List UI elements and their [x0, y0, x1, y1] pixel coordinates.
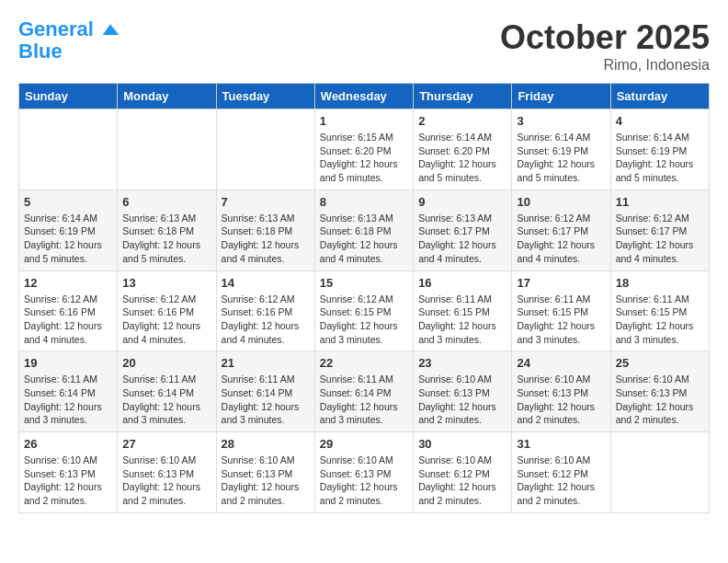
- calendar-cell: [610, 432, 709, 513]
- day-info: Sunrise: 6:11 AMSunset: 6:14 PMDaylight:…: [320, 373, 408, 427]
- calendar-cell: 10Sunrise: 6:12 AMSunset: 6:17 PMDayligh…: [512, 190, 610, 270]
- day-info: Sunrise: 6:10 AMSunset: 6:13 PMDaylight:…: [320, 454, 408, 508]
- day-info: Sunrise: 6:10 AMSunset: 6:13 PMDaylight:…: [418, 373, 506, 427]
- day-info: Sunrise: 6:14 AMSunset: 6:20 PMDaylight:…: [418, 131, 506, 185]
- day-number: 24: [517, 356, 605, 370]
- calendar-cell: 29Sunrise: 6:10 AMSunset: 6:13 PMDayligh…: [314, 432, 413, 513]
- calendar-cell: [216, 109, 314, 190]
- day-number: 14: [222, 276, 310, 290]
- calendar-cell: 13Sunrise: 6:12 AMSunset: 6:16 PMDayligh…: [118, 270, 216, 351]
- day-info: Sunrise: 6:12 AMSunset: 6:16 PMDaylight:…: [122, 293, 210, 347]
- day-info: Sunrise: 6:12 AMSunset: 6:17 PMDaylight:…: [517, 212, 605, 266]
- day-number: 22: [320, 356, 408, 370]
- calendar-cell: 15Sunrise: 6:12 AMSunset: 6:15 PMDayligh…: [314, 270, 413, 351]
- calendar-cell: 17Sunrise: 6:11 AMSunset: 6:15 PMDayligh…: [512, 270, 610, 351]
- location: Rimo, Indonesia: [500, 57, 710, 74]
- day-number: 17: [517, 276, 605, 290]
- header-day-saturday: Saturday: [610, 84, 709, 109]
- calendar-cell: 1Sunrise: 6:15 AMSunset: 6:20 PMDaylight…: [314, 109, 413, 190]
- day-number: 31: [517, 437, 605, 451]
- header-day-sunday: Sunday: [19, 84, 118, 109]
- calendar-week-row: 1Sunrise: 6:15 AMSunset: 6:20 PMDaylight…: [19, 109, 710, 190]
- page-header: General Blue October 2025 Rimo, Indonesi…: [18, 18, 710, 74]
- day-info: Sunrise: 6:15 AMSunset: 6:20 PMDaylight:…: [320, 131, 408, 185]
- day-info: Sunrise: 6:12 AMSunset: 6:17 PMDaylight:…: [616, 212, 704, 266]
- day-number: 15: [320, 276, 408, 290]
- day-number: 27: [122, 437, 210, 451]
- day-number: 9: [418, 195, 506, 209]
- calendar-cell: 21Sunrise: 6:11 AMSunset: 6:14 PMDayligh…: [216, 351, 314, 432]
- calendar-cell: 22Sunrise: 6:11 AMSunset: 6:14 PMDayligh…: [314, 351, 413, 432]
- day-number: 18: [616, 276, 704, 290]
- calendar-cell: 9Sunrise: 6:13 AMSunset: 6:17 PMDaylight…: [414, 190, 512, 270]
- day-info: Sunrise: 6:13 AMSunset: 6:18 PMDaylight:…: [122, 212, 210, 266]
- calendar-cell: [19, 109, 118, 190]
- calendar-cell: 7Sunrise: 6:13 AMSunset: 6:18 PMDaylight…: [216, 190, 314, 270]
- day-info: Sunrise: 6:13 AMSunset: 6:17 PMDaylight:…: [418, 212, 506, 266]
- calendar-cell: 19Sunrise: 6:11 AMSunset: 6:14 PMDayligh…: [19, 351, 118, 432]
- day-number: 16: [418, 276, 506, 290]
- calendar-week-row: 26Sunrise: 6:10 AMSunset: 6:13 PMDayligh…: [19, 432, 710, 513]
- day-number: 1: [320, 114, 408, 128]
- day-info: Sunrise: 6:11 AMSunset: 6:14 PMDaylight:…: [122, 373, 210, 427]
- day-number: 5: [24, 195, 112, 209]
- day-number: 30: [418, 437, 506, 451]
- header-day-thursday: Thursday: [414, 84, 512, 109]
- day-number: 21: [222, 356, 310, 370]
- day-number: 4: [616, 114, 704, 128]
- day-number: 7: [222, 195, 310, 209]
- day-number: 2: [418, 114, 506, 128]
- calendar-cell: 28Sunrise: 6:10 AMSunset: 6:13 PMDayligh…: [216, 432, 314, 513]
- day-number: 6: [122, 195, 210, 209]
- calendar-cell: 8Sunrise: 6:13 AMSunset: 6:18 PMDaylight…: [314, 190, 413, 270]
- day-info: Sunrise: 6:10 AMSunset: 6:13 PMDaylight:…: [222, 454, 310, 508]
- calendar-cell: 12Sunrise: 6:12 AMSunset: 6:16 PMDayligh…: [19, 270, 118, 351]
- day-number: 8: [320, 195, 408, 209]
- day-info: Sunrise: 6:10 AMSunset: 6:13 PMDaylight:…: [122, 454, 210, 508]
- day-info: Sunrise: 6:11 AMSunset: 6:14 PMDaylight:…: [222, 373, 310, 427]
- day-number: 28: [222, 437, 310, 451]
- day-info: Sunrise: 6:12 AMSunset: 6:16 PMDaylight:…: [24, 293, 112, 347]
- day-number: 13: [122, 276, 210, 290]
- calendar-week-row: 12Sunrise: 6:12 AMSunset: 6:16 PMDayligh…: [19, 270, 710, 351]
- calendar-cell: 25Sunrise: 6:10 AMSunset: 6:13 PMDayligh…: [610, 351, 709, 432]
- day-info: Sunrise: 6:11 AMSunset: 6:14 PMDaylight:…: [24, 373, 112, 427]
- logo-text: General: [18, 18, 119, 40]
- calendar-cell: 20Sunrise: 6:11 AMSunset: 6:14 PMDayligh…: [118, 351, 216, 432]
- header-day-tuesday: Tuesday: [216, 84, 314, 109]
- month-title: October 2025: [500, 18, 710, 57]
- day-info: Sunrise: 6:11 AMSunset: 6:15 PMDaylight:…: [616, 293, 704, 347]
- calendar-cell: 26Sunrise: 6:10 AMSunset: 6:13 PMDayligh…: [19, 432, 118, 513]
- header-day-friday: Friday: [512, 84, 610, 109]
- calendar-cell: 14Sunrise: 6:12 AMSunset: 6:16 PMDayligh…: [216, 270, 314, 351]
- day-info: Sunrise: 6:10 AMSunset: 6:12 PMDaylight:…: [517, 454, 605, 508]
- calendar-header-row: SundayMondayTuesdayWednesdayThursdayFrid…: [19, 84, 710, 109]
- day-info: Sunrise: 6:10 AMSunset: 6:12 PMDaylight:…: [418, 454, 506, 508]
- calendar-cell: 24Sunrise: 6:10 AMSunset: 6:13 PMDayligh…: [512, 351, 610, 432]
- title-block: October 2025 Rimo, Indonesia: [500, 18, 710, 74]
- day-info: Sunrise: 6:13 AMSunset: 6:18 PMDaylight:…: [320, 212, 408, 266]
- calendar-cell: 30Sunrise: 6:10 AMSunset: 6:12 PMDayligh…: [414, 432, 512, 513]
- header-day-monday: Monday: [118, 84, 216, 109]
- calendar-cell: 27Sunrise: 6:10 AMSunset: 6:13 PMDayligh…: [118, 432, 216, 513]
- calendar-cell: 16Sunrise: 6:11 AMSunset: 6:15 PMDayligh…: [414, 270, 512, 351]
- day-info: Sunrise: 6:13 AMSunset: 6:18 PMDaylight:…: [222, 212, 310, 266]
- day-number: 29: [320, 437, 408, 451]
- calendar-cell: 18Sunrise: 6:11 AMSunset: 6:15 PMDayligh…: [610, 270, 709, 351]
- day-info: Sunrise: 6:14 AMSunset: 6:19 PMDaylight:…: [517, 131, 605, 185]
- day-number: 19: [24, 356, 112, 370]
- calendar-cell: 11Sunrise: 6:12 AMSunset: 6:17 PMDayligh…: [610, 190, 709, 270]
- day-info: Sunrise: 6:10 AMSunset: 6:13 PMDaylight:…: [517, 373, 605, 427]
- logo: General Blue: [18, 18, 119, 63]
- calendar-cell: [118, 109, 216, 190]
- day-info: Sunrise: 6:12 AMSunset: 6:15 PMDaylight:…: [320, 293, 408, 347]
- calendar-cell: 5Sunrise: 6:14 AMSunset: 6:19 PMDaylight…: [19, 190, 118, 270]
- calendar-cell: 31Sunrise: 6:10 AMSunset: 6:12 PMDayligh…: [512, 432, 610, 513]
- day-number: 11: [616, 195, 704, 209]
- day-number: 12: [24, 276, 112, 290]
- day-number: 25: [616, 356, 704, 370]
- header-day-wednesday: Wednesday: [314, 84, 413, 109]
- calendar-cell: 6Sunrise: 6:13 AMSunset: 6:18 PMDaylight…: [118, 190, 216, 270]
- day-info: Sunrise: 6:14 AMSunset: 6:19 PMDaylight:…: [616, 131, 704, 185]
- day-number: 3: [517, 114, 605, 128]
